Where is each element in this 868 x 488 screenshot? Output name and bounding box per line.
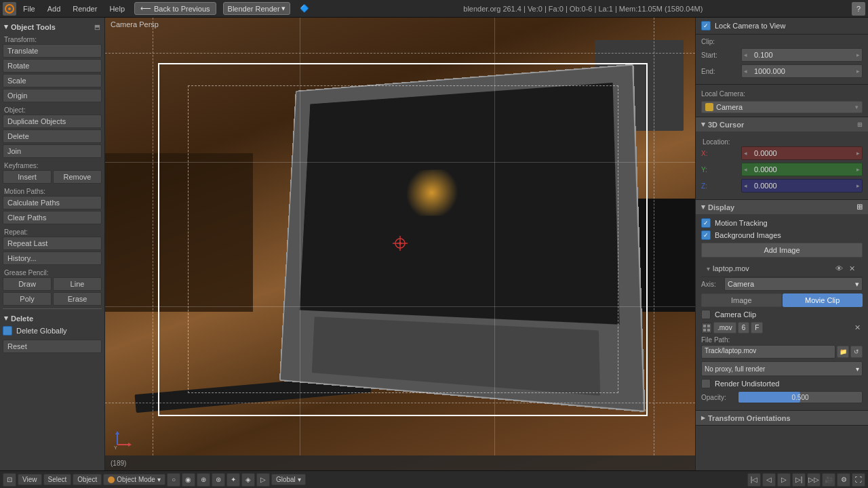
menu-render[interactable]: Render (67, 3, 102, 14)
movie-clip-tab[interactable]: Movie Clip (783, 293, 863, 307)
format-close-icon[interactable]: ✕ (852, 323, 863, 333)
start-label: Start: (701, 52, 738, 59)
repeat-last-button[interactable]: Repeat Last (3, 237, 102, 250)
display-header[interactable]: ▾ Display ⊞ (696, 200, 868, 214)
y-arrow-left[interactable]: ◂ (744, 166, 747, 173)
transform-icon[interactable]: ⊕ (197, 473, 210, 487)
scale-button[interactable]: Scale (3, 74, 102, 87)
object-tools-header[interactable]: ▾ Object Tools ⬒ (3, 20, 102, 33)
camera-clip-checkbox[interactable] (701, 310, 711, 319)
f-btn[interactable]: F (751, 322, 763, 333)
erase-button[interactable]: Erase (53, 292, 102, 306)
frame-start-icon[interactable]: |◁ (747, 473, 761, 487)
axis-select[interactable]: Camera ▾ (724, 277, 863, 291)
delete-globally-checkbox[interactable] (3, 326, 12, 336)
dot-circle-icon[interactable]: ◉ (182, 473, 195, 487)
remove-keyframe-button[interactable]: Remove (53, 170, 102, 184)
poly-button[interactable]: Poly (3, 292, 52, 306)
x-value-input[interactable]: ◂ 0.0000 ▸ (741, 146, 863, 160)
svg-text:Y: Y (114, 445, 117, 450)
x-arrow-right[interactable]: ▸ (856, 150, 860, 157)
opacity-row: Opacity: 0.500 (701, 391, 863, 403)
object-mode-select[interactable]: Object Mode ▾ (103, 474, 165, 485)
motion-tracking-checkbox[interactable]: ✓ (701, 218, 711, 228)
lock-camera-checkbox[interactable]: ✓ (701, 21, 711, 30)
frame-end-icon[interactable]: ▷▷ (807, 473, 821, 487)
select-menu[interactable]: Select (43, 474, 72, 485)
reset-button[interactable]: Reset (3, 340, 102, 353)
start-arrow-right[interactable]: ▸ (856, 52, 860, 58)
main-area: ▾ Object Tools ⬒ Transform: Translate Ro… (0, 18, 868, 470)
circle-icon[interactable]: ○ (167, 473, 180, 487)
folder-icon-btn[interactable]: 📁 (837, 346, 849, 358)
bottom-status-bar: ⊡ View Select Object Object Mode ▾ ○ ◉ ⊕… (0, 470, 868, 488)
y-value-input[interactable]: ◂ 0.0000 ▸ (741, 163, 863, 176)
file-path-input[interactable]: Track/laptop.mov (701, 345, 835, 359)
num-btn[interactable]: 6 (738, 322, 750, 333)
prev-frame-icon[interactable]: ◁ (762, 473, 776, 487)
add-image-button[interactable]: Add Image (701, 243, 863, 258)
z-value-input[interactable]: ◂ 0.0000 ▸ (741, 179, 863, 192)
play-icon[interactable]: ▷ (777, 473, 791, 487)
start-arrow-left[interactable]: ◂ (744, 52, 747, 58)
camera-dropdown-arrow[interactable]: ▾ (855, 104, 859, 110)
image-tab[interactable]: Image (701, 293, 782, 307)
viewport[interactable]: Camera Persp Y (189) (105, 18, 695, 470)
history-button[interactable]: History... (3, 251, 102, 265)
layout-icon[interactable]: ⊡ (3, 473, 16, 487)
duplicate-objects-button[interactable]: Duplicate Objects (3, 115, 102, 128)
insert-keyframe-button[interactable]: Insert (3, 170, 52, 184)
global-select[interactable]: Global ▾ (271, 474, 306, 485)
reload-icon-btn[interactable]: ↺ (850, 346, 863, 358)
background-images-checkbox[interactable]: ✓ (701, 230, 711, 240)
fullscreen-icon[interactable]: ⛶ (852, 473, 865, 487)
proxy-select[interactable]: No proxy, full render ▾ (701, 361, 863, 376)
blender-icon-2: 🔷 (294, 3, 315, 14)
question-icon[interactable]: ? (852, 2, 865, 16)
object-menu[interactable]: Object (73, 474, 102, 485)
translate-button[interactable]: Translate (3, 44, 102, 58)
origin-button[interactable]: Origin (3, 89, 102, 102)
join-button[interactable]: Join (3, 144, 102, 158)
start-value-input[interactable]: ◂ 0.100 ▸ (741, 48, 863, 62)
rotate-button[interactable]: Rotate (3, 59, 102, 73)
motion-tracking-label: Motion Tracking (715, 219, 768, 227)
sculpt-icon[interactable]: ✦ (226, 473, 240, 487)
x-arrow-left[interactable]: ◂ (744, 150, 747, 157)
delete-section-header[interactable]: ▾ Delete (3, 312, 102, 325)
delete-button[interactable]: Delete (3, 129, 102, 143)
end-arrow-right[interactable]: ▸ (856, 68, 860, 75)
view-menu[interactable]: View (18, 474, 42, 485)
draw-button[interactable]: Draw (3, 277, 52, 291)
back-button[interactable]: ⟵ Back to Previous (134, 2, 216, 15)
file-path-row: Track/laptop.mov 📁 ↺ (701, 345, 863, 359)
collapse-icon[interactable]: ▾ (707, 265, 710, 272)
snap-icon[interactable]: ⊛ (212, 473, 225, 487)
z-arrow-right[interactable]: ▸ (856, 182, 860, 189)
z-arrow-left[interactable]: ◂ (744, 182, 747, 189)
clear-paths-button[interactable]: Clear Paths (3, 211, 102, 224)
settings-icon[interactable]: ⚙ (837, 473, 850, 487)
menu-file[interactable]: File (18, 3, 41, 14)
next-frame-icon[interactable]: ▷| (792, 473, 806, 487)
close-icon[interactable]: ✕ (846, 263, 857, 274)
end-value-input[interactable]: ◂ 1000.000 ▸ (741, 64, 863, 78)
line-button[interactable]: Line (53, 277, 102, 291)
render-undistorted-checkbox[interactable] (701, 379, 711, 388)
cursor-3d-header[interactable]: ▾ 3D Cursor ⊞ (696, 117, 868, 131)
view-icon[interactable]: ◈ (241, 473, 255, 487)
format-row: .mov 6 F ✕ (701, 322, 863, 333)
render-icon[interactable]: 🎥 (822, 473, 835, 487)
opacity-slider[interactable]: 0.500 (738, 391, 863, 403)
render-engine-select[interactable]: Blender Render ▾ (223, 2, 290, 15)
calculate-paths-button[interactable]: Calculate Paths (3, 196, 102, 209)
mov-format-btn[interactable]: .mov (713, 322, 736, 333)
camera-icon[interactable]: ▷ (256, 473, 270, 487)
transform-orientations-header[interactable]: ▸ Transform Orientations (696, 411, 868, 425)
eye-icon[interactable]: 👁 (833, 263, 844, 274)
menu-help[interactable]: Help (104, 3, 130, 14)
display-chevron: ⊞ (856, 203, 863, 211)
menu-add[interactable]: Add (42, 3, 66, 14)
end-arrow-left[interactable]: ◂ (744, 68, 747, 75)
y-arrow-right[interactable]: ▸ (856, 166, 860, 173)
